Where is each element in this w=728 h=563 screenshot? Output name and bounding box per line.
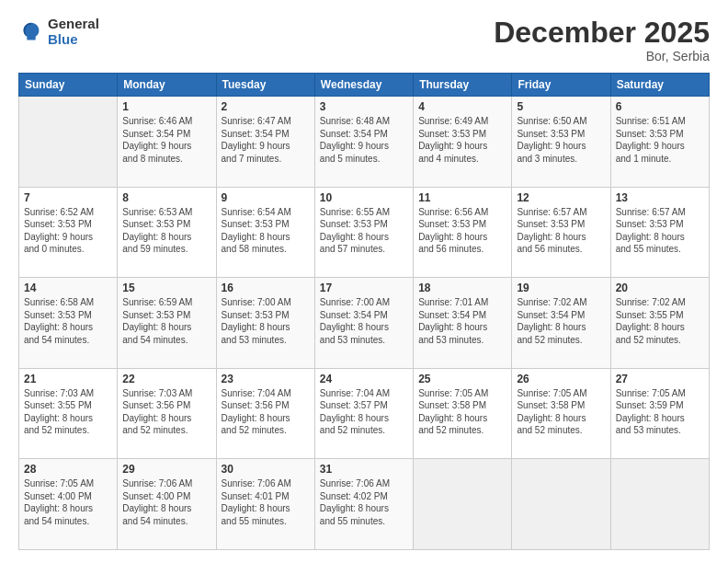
weekday-header-wednesday: Wednesday xyxy=(314,74,413,97)
calendar-cell: 17Sunrise: 7:00 AMSunset: 3:54 PMDayligh… xyxy=(314,278,413,369)
day-info: Sunrise: 7:00 AMSunset: 3:53 PMDaylight:… xyxy=(222,296,310,346)
day-number: 6 xyxy=(616,100,704,113)
day-number: 8 xyxy=(122,191,210,204)
day-info: Sunrise: 6:57 AMSunset: 3:53 PMDaylight:… xyxy=(517,206,605,256)
day-number: 14 xyxy=(24,282,112,294)
weekday-header-monday: Monday xyxy=(118,74,216,97)
calendar-cell: 24Sunrise: 7:04 AMSunset: 3:57 PMDayligh… xyxy=(314,368,413,459)
day-info: Sunrise: 6:58 AMSunset: 3:53 PMDaylight:… xyxy=(24,296,112,346)
calendar-cell: 27Sunrise: 7:05 AMSunset: 3:59 PMDayligh… xyxy=(610,368,709,459)
calendar-cell: 28Sunrise: 7:05 AMSunset: 4:00 PMDayligh… xyxy=(19,459,118,550)
day-info: Sunrise: 6:54 AMSunset: 3:53 PMDaylight:… xyxy=(222,206,310,256)
calendar-cell: 22Sunrise: 7:03 AMSunset: 3:56 PMDayligh… xyxy=(118,368,216,459)
day-info: Sunrise: 6:52 AMSunset: 3:53 PMDaylight:… xyxy=(24,206,112,256)
day-number: 27 xyxy=(616,373,704,385)
calendar-week-2: 7Sunrise: 6:52 AMSunset: 3:53 PMDaylight… xyxy=(19,187,710,278)
day-number: 31 xyxy=(320,463,408,476)
month-title: December 2025 xyxy=(494,17,710,49)
calendar-cell: 18Sunrise: 7:01 AMSunset: 3:54 PMDayligh… xyxy=(414,278,512,369)
day-number: 15 xyxy=(122,282,210,294)
calendar-cell: 16Sunrise: 7:00 AMSunset: 3:53 PMDayligh… xyxy=(216,278,314,369)
day-info: Sunrise: 6:50 AMSunset: 3:53 PMDaylight:… xyxy=(517,115,605,165)
calendar-cell: 11Sunrise: 6:56 AMSunset: 3:53 PMDayligh… xyxy=(414,187,512,278)
calendar-cell: 26Sunrise: 7:05 AMSunset: 3:58 PMDayligh… xyxy=(512,368,610,459)
calendar-cell xyxy=(19,97,118,188)
day-number: 2 xyxy=(222,100,310,113)
day-number: 28 xyxy=(24,463,112,476)
calendar-cell: 12Sunrise: 6:57 AMSunset: 3:53 PMDayligh… xyxy=(512,187,610,278)
logo-general-text: General xyxy=(48,17,99,32)
location: Bor, Serbia xyxy=(494,49,710,63)
day-info: Sunrise: 6:47 AMSunset: 3:54 PMDaylight:… xyxy=(222,115,310,165)
day-info: Sunrise: 7:05 AMSunset: 3:59 PMDaylight:… xyxy=(616,387,704,437)
weekday-header-sunday: Sunday xyxy=(19,74,118,97)
day-info: Sunrise: 6:59 AMSunset: 3:53 PMDaylight:… xyxy=(122,296,210,346)
day-number: 5 xyxy=(517,100,605,113)
calendar-cell: 4Sunrise: 6:49 AMSunset: 3:53 PMDaylight… xyxy=(414,97,512,188)
day-info: Sunrise: 7:06 AMSunset: 4:01 PMDaylight:… xyxy=(222,477,310,527)
calendar-cell: 25Sunrise: 7:05 AMSunset: 3:58 PMDayligh… xyxy=(414,368,512,459)
page: General Blue December 2025 Bor, Serbia S… xyxy=(0,0,728,563)
calendar-cell: 14Sunrise: 6:58 AMSunset: 3:53 PMDayligh… xyxy=(19,278,118,369)
calendar-cell: 6Sunrise: 6:51 AMSunset: 3:53 PMDaylight… xyxy=(610,97,709,188)
calendar-week-3: 14Sunrise: 6:58 AMSunset: 3:53 PMDayligh… xyxy=(19,278,710,369)
day-number: 24 xyxy=(320,373,408,385)
calendar-cell: 10Sunrise: 6:55 AMSunset: 3:53 PMDayligh… xyxy=(314,187,413,278)
logo-icon xyxy=(18,19,44,45)
weekday-header-saturday: Saturday xyxy=(610,74,709,97)
day-info: Sunrise: 6:57 AMSunset: 3:53 PMDaylight:… xyxy=(616,206,704,256)
calendar-cell: 31Sunrise: 7:06 AMSunset: 4:02 PMDayligh… xyxy=(314,459,413,550)
day-info: Sunrise: 7:04 AMSunset: 3:57 PMDaylight:… xyxy=(320,387,408,437)
day-info: Sunrise: 6:49 AMSunset: 3:53 PMDaylight:… xyxy=(418,115,506,165)
day-number: 3 xyxy=(320,100,408,113)
day-number: 17 xyxy=(320,282,408,294)
logo-text: General Blue xyxy=(48,17,99,47)
calendar-cell: 7Sunrise: 6:52 AMSunset: 3:53 PMDaylight… xyxy=(19,187,118,278)
day-info: Sunrise: 7:06 AMSunset: 4:00 PMDaylight:… xyxy=(122,477,210,527)
day-info: Sunrise: 7:02 AMSunset: 3:54 PMDaylight:… xyxy=(517,296,605,346)
day-info: Sunrise: 7:05 AMSunset: 3:58 PMDaylight:… xyxy=(418,387,506,437)
calendar-cell xyxy=(610,459,709,550)
logo: General Blue xyxy=(18,17,99,47)
calendar-cell: 3Sunrise: 6:48 AMSunset: 3:54 PMDaylight… xyxy=(314,97,413,188)
day-number: 20 xyxy=(616,282,704,294)
calendar-cell: 20Sunrise: 7:02 AMSunset: 3:55 PMDayligh… xyxy=(610,278,709,369)
day-info: Sunrise: 7:01 AMSunset: 3:54 PMDaylight:… xyxy=(418,296,506,346)
calendar-week-4: 21Sunrise: 7:03 AMSunset: 3:55 PMDayligh… xyxy=(19,368,710,459)
day-number: 16 xyxy=(222,282,310,294)
day-info: Sunrise: 7:02 AMSunset: 3:55 PMDaylight:… xyxy=(616,296,704,346)
calendar-cell: 30Sunrise: 7:06 AMSunset: 4:01 PMDayligh… xyxy=(216,459,314,550)
day-number: 9 xyxy=(222,191,310,204)
day-number: 18 xyxy=(418,282,506,294)
day-info: Sunrise: 6:46 AMSunset: 3:54 PMDaylight:… xyxy=(122,115,210,165)
calendar-cell xyxy=(512,459,610,550)
weekday-header-tuesday: Tuesday xyxy=(216,74,314,97)
calendar-cell: 1Sunrise: 6:46 AMSunset: 3:54 PMDaylight… xyxy=(118,97,216,188)
weekday-header-thursday: Thursday xyxy=(414,74,512,97)
calendar-cell: 19Sunrise: 7:02 AMSunset: 3:54 PMDayligh… xyxy=(512,278,610,369)
day-info: Sunrise: 6:51 AMSunset: 3:53 PMDaylight:… xyxy=(616,115,704,165)
calendar-cell: 5Sunrise: 6:50 AMSunset: 3:53 PMDaylight… xyxy=(512,97,610,188)
day-number: 26 xyxy=(517,373,605,385)
day-number: 29 xyxy=(122,463,210,476)
weekday-header-friday: Friday xyxy=(512,74,610,97)
calendar-week-5: 28Sunrise: 7:05 AMSunset: 4:00 PMDayligh… xyxy=(19,459,710,550)
calendar-cell: 2Sunrise: 6:47 AMSunset: 3:54 PMDaylight… xyxy=(216,97,314,188)
calendar-body: 1Sunrise: 6:46 AMSunset: 3:54 PMDaylight… xyxy=(19,97,710,550)
day-number: 30 xyxy=(222,463,310,476)
calendar-cell: 15Sunrise: 6:59 AMSunset: 3:53 PMDayligh… xyxy=(118,278,216,369)
calendar-table: SundayMondayTuesdayWednesdayThursdayFrid… xyxy=(18,73,710,550)
calendar-cell: 21Sunrise: 7:03 AMSunset: 3:55 PMDayligh… xyxy=(19,368,118,459)
day-info: Sunrise: 7:05 AMSunset: 3:58 PMDaylight:… xyxy=(517,387,605,437)
day-info: Sunrise: 6:55 AMSunset: 3:53 PMDaylight:… xyxy=(320,206,408,256)
day-number: 1 xyxy=(122,100,210,113)
logo-blue-text: Blue xyxy=(48,32,99,48)
day-info: Sunrise: 6:56 AMSunset: 3:53 PMDaylight:… xyxy=(418,206,506,256)
calendar-cell: 8Sunrise: 6:53 AMSunset: 3:53 PMDaylight… xyxy=(118,187,216,278)
day-number: 19 xyxy=(517,282,605,294)
calendar-week-1: 1Sunrise: 6:46 AMSunset: 3:54 PMDaylight… xyxy=(19,97,710,188)
weekday-row: SundayMondayTuesdayWednesdayThursdayFrid… xyxy=(19,74,710,97)
day-number: 25 xyxy=(418,373,506,385)
day-number: 22 xyxy=(122,373,210,385)
day-info: Sunrise: 6:48 AMSunset: 3:54 PMDaylight:… xyxy=(320,115,408,165)
